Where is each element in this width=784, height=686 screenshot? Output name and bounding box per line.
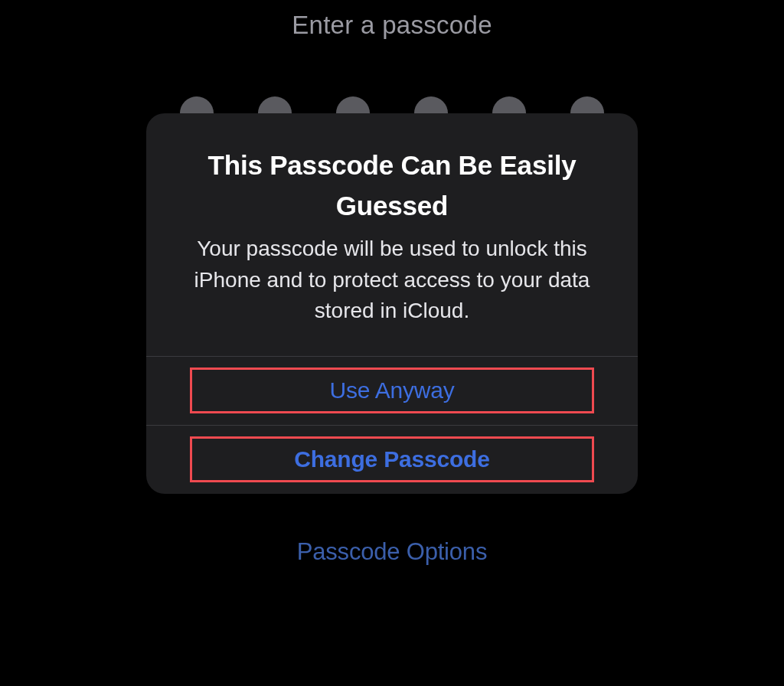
- change-passcode-label: Change Passcode: [294, 446, 489, 472]
- alert-button-row: Use Anyway: [146, 356, 638, 425]
- alert-button-row: Change Passcode: [146, 425, 638, 494]
- use-anyway-label: Use Anyway: [329, 377, 454, 403]
- alert-body: This Passcode Can Be Easily Guessed Your…: [146, 113, 638, 356]
- use-anyway-button[interactable]: Use Anyway: [190, 368, 594, 413]
- passcode-options-link[interactable]: Passcode Options: [0, 538, 784, 566]
- weak-passcode-alert: This Passcode Can Be Easily Guessed Your…: [146, 113, 638, 494]
- page-title: Enter a passcode: [0, 11, 784, 40]
- alert-title: This Passcode Can Be Easily Guessed: [174, 145, 610, 226]
- alert-message: Your passcode will be used to unlock thi…: [174, 234, 610, 327]
- change-passcode-button[interactable]: Change Passcode: [190, 436, 594, 482]
